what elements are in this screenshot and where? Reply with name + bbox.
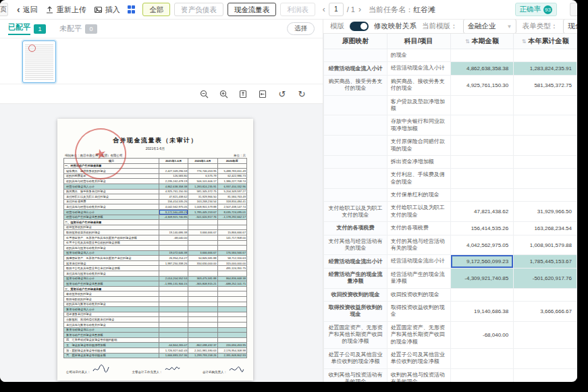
subject-cell[interactable]: 取得投资收益收到的现金 (387, 301, 450, 321)
ytd-amount-cell[interactable] (514, 115, 577, 136)
form-type-select[interactable]: 现金流量表 ▼ (563, 20, 577, 33)
subject-cell[interactable]: 购买商品、接收劳务支付的现金 (387, 75, 450, 95)
subject-cell[interactable]: 客户贷款及垫款净增加额 (387, 95, 450, 115)
subject-cell[interactable]: 经营活动产生的现金流量净额 (387, 268, 450, 288)
subject-cell[interactable]: 支付保单红利的现金 (387, 189, 450, 202)
map-cell[interactable] (324, 189, 387, 202)
map-cell[interactable]: 处置固定资产、无形资产和其他长期资产收回的现金净额 (324, 321, 387, 348)
map-cell[interactable] (324, 49, 387, 62)
sort-icon[interactable]: ⇅ (522, 38, 527, 45)
subject-cell[interactable]: 支付原保险合同赔付款项的现金 (387, 136, 450, 156)
ytd-amount-cell[interactable] (514, 189, 577, 202)
current-amount-cell[interactable] (450, 115, 514, 136)
select-button[interactable]: 选择 (287, 22, 315, 35)
current-amount-cell[interactable]: -4,309,921,740.85 (450, 268, 514, 288)
ytd-amount-cell[interactable] (514, 155, 577, 168)
tab-unbalanced[interactable]: 未配平 0 (59, 24, 97, 34)
map-cell[interactable] (324, 169, 387, 189)
collapsed-page-button[interactable]: 页 (0, 3, 8, 16)
ytd-amount-cell[interactable]: 581,345,372.75 (514, 75, 577, 95)
clipped-toolbar-button[interactable] (570, 3, 577, 16)
subject-cell[interactable]: 经营活动现金流出小计 (387, 255, 450, 268)
edit-mapping-toggle[interactable] (350, 22, 369, 31)
page-input[interactable]: 1 (329, 3, 344, 16)
current-amount-cell[interactable]: 47,821,438.62 (450, 202, 514, 222)
prev-page-icon[interactable]: ‹ (323, 5, 325, 13)
current-amount-cell[interactable] (450, 189, 514, 202)
col-source-mapping[interactable]: 原图映射 (324, 34, 387, 49)
scanned-document[interactable]: ★ 合并现金流量表（未审计） 2021年1-6月 编制单位：南昌市政公用（集团）… (57, 119, 253, 381)
ytd-amount-cell[interactable]: 163,268,234.54 (514, 222, 577, 235)
tab-all[interactable]: 全部 (142, 3, 170, 16)
map-cell[interactable] (324, 95, 387, 115)
current-amount-cell[interactable]: -68,040.00 (450, 321, 514, 348)
map-cell[interactable]: 经营活动现金流入小计 (324, 62, 387, 75)
ytd-amount-cell[interactable] (514, 136, 577, 156)
back-button[interactable]: ‹ 返回 (17, 5, 38, 15)
map-cell[interactable] (324, 136, 387, 156)
zoom-out-icon[interactable] (199, 89, 209, 99)
map-cell[interactable] (324, 115, 387, 136)
reupload-button[interactable]: 重新上传 (45, 5, 86, 15)
current-amount-cell[interactable] (450, 136, 514, 156)
ytd-amount-cell[interactable]: 1,283,824,235.91 (514, 62, 577, 75)
rotate-left-icon[interactable]: ↺ (277, 89, 287, 99)
current-amount-cell[interactable] (450, 49, 514, 62)
ytd-amount-cell[interactable] (514, 348, 577, 368)
next-page-icon[interactable]: › (358, 5, 361, 13)
map-cell[interactable]: 支付的各项税费 (324, 222, 387, 235)
subject-cell[interactable]: 拆出资金净增加额 (387, 155, 450, 168)
tab-balanced[interactable]: 已配平 1 (8, 22, 46, 35)
subject-cell[interactable]: 支付利息、手续费及佣金的现金 (387, 169, 450, 189)
current-amount-cell[interactable] (450, 95, 514, 115)
ytd-amount-cell[interactable] (514, 95, 577, 115)
current-amount-cell[interactable]: 4,925,761,150.30 (450, 75, 514, 95)
subject-cell[interactable]: 收到的其他与投资活动有关的现金 (387, 368, 450, 382)
ytd-amount-cell[interactable] (514, 321, 577, 348)
current-amount-cell[interactable] (450, 155, 514, 168)
ytd-amount-cell[interactable] (514, 169, 577, 189)
subject-cell[interactable]: 处置子公司及其他营业单位收到的现金净额 (387, 348, 450, 368)
template-select[interactable]: 金融企业 ▼ (463, 20, 517, 33)
ytd-amount-cell[interactable]: 1,008,901,579.88 (514, 235, 577, 255)
insert-button[interactable]: 插入 (94, 5, 120, 15)
map-cell[interactable]: 取得投资收益所收到的现金 (324, 301, 387, 321)
current-amount-cell[interactable]: 4,862,638,358.38 (450, 62, 514, 75)
tab-cash-flow[interactable]: 现金流量表 (228, 3, 277, 16)
map-cell[interactable]: 支付给职工以及为职工支付的现金 (324, 202, 387, 222)
map-cell[interactable]: 收到其他与投资活动有关的现金 (324, 368, 387, 382)
current-amount-cell[interactable] (450, 169, 514, 189)
map-cell[interactable]: 经营活动产生的现金流量净额 (324, 268, 387, 288)
rotate-right-icon[interactable]: ↻ (297, 89, 306, 99)
map-cell[interactable]: 支付其他与经营活动有关的现金 (324, 235, 387, 255)
subject-cell[interactable]: 存放中央银行和同业款项净增加额 (387, 115, 450, 136)
col-subject[interactable]: 科目/项目 (387, 34, 450, 49)
grid-view-icon[interactable] (128, 5, 136, 13)
current-amount-cell[interactable]: 4,042,562,975.05 (450, 235, 514, 255)
ytd-amount-cell[interactable]: -501,620,917.76 (514, 268, 577, 288)
subject-cell[interactable]: 的现金 (387, 49, 450, 62)
fit-height-icon[interactable] (238, 89, 248, 99)
map-cell[interactable] (324, 155, 387, 168)
col-current-amount[interactable]: ⇅本期金额 (450, 34, 514, 49)
current-amount-cell[interactable] (450, 288, 514, 301)
ytd-amount-cell[interactable] (514, 368, 577, 382)
current-amount-cell[interactable] (450, 368, 514, 382)
subject-cell[interactable]: 收回投资收到的现金 (387, 288, 450, 301)
subject-cell[interactable]: 支付的其他与经营活动有关的现金 (387, 235, 450, 255)
subject-cell[interactable]: 支付的各项税费 (387, 222, 450, 235)
ytd-amount-cell[interactable]: 1,785,445,153.67 (514, 255, 577, 268)
map-cell[interactable]: 收回投资收到的现金 (324, 288, 387, 301)
col-ytd-amount[interactable]: ⇅本年累计金额 (514, 34, 577, 49)
page-thumbnail[interactable] (22, 40, 56, 83)
current-amount-cell[interactable]: 9,172,560,099.23 (450, 255, 514, 268)
ytd-amount-cell[interactable] (514, 49, 577, 62)
ytd-amount-cell[interactable]: 3,666,666.67 (514, 301, 577, 321)
subject-cell[interactable]: 处置固定资产、无形资产和其他长期资产收回的现金净额 (387, 321, 450, 348)
tab-balance-sheet[interactable]: 资产负债表 (174, 3, 223, 16)
fit-page-icon[interactable] (258, 89, 267, 99)
subject-cell[interactable]: 经营活动现金流入小计 (387, 62, 450, 75)
current-amount-cell[interactable]: 19,140,686.38 (450, 301, 514, 321)
zoom-in-icon[interactable] (219, 89, 228, 99)
ytd-amount-cell[interactable] (514, 288, 577, 301)
